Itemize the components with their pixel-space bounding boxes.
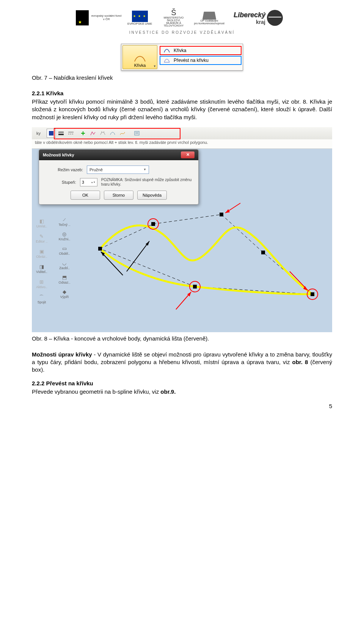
fill-icon: ◆ [61, 289, 68, 295]
red-highlight-box [54, 128, 180, 139]
tangent-icon: ⟋ [61, 217, 68, 223]
side-obdel[interactable]: ▭Obdél.. [59, 246, 70, 256]
para2-obr: obr. 8 [292, 359, 308, 365]
image-icon: ▣ [38, 249, 45, 255]
side-viditel[interactable]: ◨Viditel.. [36, 264, 47, 274]
side-vypln[interactable]: ◆Výplň [60, 289, 69, 299]
svg-marker-25 [225, 209, 230, 213]
curve-ribbon-button[interactable]: Křivka ▼ [122, 45, 157, 69]
curve-button-label: Křivka [134, 63, 146, 68]
form-note: POZNÁMKA: Snižování stupně může způsobit… [101, 178, 192, 187]
napoveda-button[interactable]: Nápověda [137, 191, 167, 200]
paragraph-1: Příkaz vytvoří křivku pomocí minimálně 3… [32, 98, 332, 121]
select-rezim-value: Pružně [89, 167, 103, 172]
page-number: 5 [329, 403, 332, 409]
hint-bar: táte v obdélníkovém okně nebo pomocí Alt… [32, 139, 332, 149]
curve-menu-snippet: Křivka ▼ Křivka Převést na křivku [121, 44, 243, 71]
sidebar-1: ◧Umíst.. ✎Editor .. ▣Obráz.. ◨Viditel.. … [33, 218, 50, 304]
eu-text: EVROPSKÁ UNIE [127, 22, 152, 25]
dialog-close-button[interactable]: ✕ [181, 151, 195, 158]
rect-icon: ▭ [61, 246, 68, 252]
chevron-down-icon: ▼ [143, 168, 146, 171]
curve-icon [133, 54, 146, 63]
dropdown-icon: ▼ [153, 65, 156, 68]
op-line1: OP Vzdělávání [201, 19, 218, 22]
side-umist[interactable]: ◧Umíst.. [36, 218, 47, 228]
label-rezim-vazeb: Režim vazeb: [45, 167, 83, 172]
lib-circle-icon [267, 10, 283, 26]
curve-drawing [77, 199, 328, 328]
figure8: ky táte v obdélníkovém okně nebo pomocí … [32, 127, 332, 332]
heading-2-2-1: 2.2.1 Křivka [32, 90, 332, 96]
svg-rect-14 [261, 251, 265, 254]
activate-icon: ⊞ [38, 279, 45, 285]
svg-line-17 [127, 241, 149, 271]
eu-flag-icon [132, 11, 148, 22]
header-logos: evropský sociální fond v ČR EVROPSKÁ UNI… [76, 7, 288, 29]
svg-rect-15 [311, 292, 314, 296]
op-line2: pro konkurenceschopnost [194, 22, 224, 25]
toolbar-tab: ky [34, 131, 43, 136]
paragraph-3: Převede vybranou geometrii na b-spline k… [32, 388, 332, 396]
side-kruzni[interactable]: ◎Kružni.. [59, 231, 71, 241]
logo-msmt: Š MINISTERSTVO ŠKOLSTVÍ, MLÁDEŽE A TĚLOV… [157, 7, 190, 29]
op-icon [202, 12, 217, 20]
label-stupen: Stupeň: [45, 180, 76, 185]
logo-esf: evropský sociální fond v ČR [76, 7, 122, 29]
dialog-title-text: Možnosti křivky [43, 153, 74, 157]
convert-curve-icon [163, 57, 171, 63]
visibility-icon: ◨ [38, 264, 45, 270]
esf-text: evropský sociální fond v ČR [90, 14, 122, 21]
spinner-stupen[interactable]: 3 ▲▼ [80, 178, 97, 186]
editor-icon: ✎ [38, 233, 45, 240]
curve-submenu: Křivka Převést na křivku [158, 44, 243, 70]
submenu-item-curve[interactable]: Křivka [160, 46, 241, 55]
side-obraz[interactable]: ▣Obráz.. [36, 249, 47, 259]
circle-icon: ◎ [61, 231, 68, 237]
para2-bold: Možnosti úprav křivky [32, 351, 92, 358]
submenu-item-curve-label: Křivka [174, 48, 186, 53]
msmt-line2: MLÁDEŽE A TĚLOVÝCHOVY [157, 22, 190, 27]
spinner-arrows-icon: ▲▼ [91, 181, 96, 183]
submenu-item-convert-label: Převést na křivku [174, 58, 209, 63]
header-tagline: INVESTICE DO ROZVOJE VZDĚLÁVÁNÍ [0, 30, 364, 35]
side-zaobl[interactable]: ◡Zaobl.. [59, 260, 70, 270]
submenu-item-convert[interactable]: Převést na křivku [160, 56, 241, 65]
logo-op: OP Vzdělávání pro konkurenceschopnost [193, 7, 226, 29]
msmt-line1: MINISTERSTVO ŠKOLSTVÍ, [157, 16, 190, 22]
spinner-stupen-value: 3 [82, 180, 84, 185]
side-spojit[interactable]: ⌒Spojit [38, 294, 46, 304]
esf-icon [76, 10, 89, 25]
dialog-titlebar: Možnosti křivky ✕ [39, 150, 198, 160]
side-editor[interactable]: ✎Editor .. [36, 233, 47, 243]
para3-obr: obr.9. [160, 388, 176, 395]
para3-text: Převede vybranou geometrii na b-spline k… [32, 388, 160, 395]
lib-sub: kraj [234, 19, 265, 25]
curve-options-dialog: Možnosti křivky ✕ Režim vazeb: Pružně ▼ … [39, 149, 199, 205]
offset-icon: ⬒ [61, 274, 68, 281]
svg-rect-13 [220, 213, 223, 216]
side-aktivo[interactable]: ⊞Aktivo.. [36, 279, 47, 289]
select-rezim-vazeb[interactable]: Pružně ▼ [87, 166, 149, 174]
msmt-icon: Š [171, 9, 176, 16]
paragraph-2: Možnosti úprav křivky - V dynamické lišt… [32, 351, 332, 374]
figure8-caption: Obr. 8 – Křivka - koncové a vrcholové bo… [32, 335, 332, 342]
logo-eu: EVROPSKÁ UNIE [125, 7, 155, 29]
ok-button[interactable]: OK [71, 191, 100, 200]
svg-rect-12 [151, 222, 155, 226]
side-tecny[interactable]: ⟋Tečný .. [58, 217, 70, 227]
heading-2-2-2: 2.2.2 Převést na křívku [32, 380, 332, 386]
storno-button[interactable]: Storno [104, 191, 133, 200]
logo-liberecky: Liberecký kraj [228, 7, 288, 29]
join-icon: ⌒ [38, 294, 45, 300]
svg-rect-11 [98, 247, 102, 251]
place-icon: ◧ [38, 218, 45, 224]
figure7-caption: Obr. 7 – Nabídka kreslení křivek [32, 74, 332, 81]
dialog-body: Režim vazeb: Pružně ▼ Stupeň: 3 ▲▼ POZNÁ… [39, 160, 198, 204]
lib-text: Liberecký [234, 11, 265, 19]
sidebar-2: ⟋Tečný .. ◎Kružni.. ▭Obdél.. ◡Zaobl.. ⬒O… [55, 217, 74, 299]
svg-rect-16 [193, 285, 197, 289]
side-odsaz[interactable]: ⬒Odsaz.. [58, 274, 70, 284]
curve-small-icon [163, 47, 171, 54]
fillet-icon: ◡ [61, 260, 68, 266]
